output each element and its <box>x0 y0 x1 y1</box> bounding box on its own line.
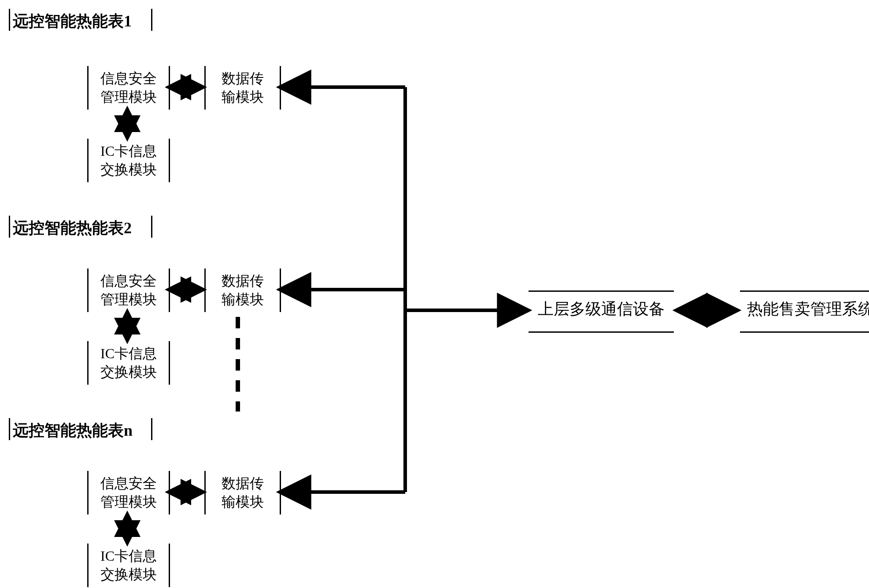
meter2-title: 远控智能热能表2 <box>13 217 132 239</box>
meterN-data-label: 数据传 输模块 <box>222 475 264 510</box>
meter2-ic-label: IC卡信息 交换模块 <box>100 345 157 380</box>
mgmt-label: 热能售卖管理系统 <box>747 300 869 318</box>
meterN-ic-label: IC卡信息 交换模块 <box>100 548 157 582</box>
meter2-security-module: 信息安全 管理模块 <box>87 268 170 312</box>
meterN-title: 远控智能热能表n <box>13 420 133 441</box>
meter2-ic-module: IC卡信息 交换模块 <box>87 341 170 385</box>
meter1-title: 远控智能热能表1 <box>13 11 132 32</box>
meter1-ic-label: IC卡信息 交换模块 <box>100 143 157 177</box>
meter1-data-module: 数据传 输模块 <box>204 66 281 110</box>
meter2-title-box: 远控智能热能表2 <box>9 216 152 238</box>
mgmt-box: 热能售卖管理系统 <box>740 290 869 333</box>
meter2-security-label: 信息安全 管理模块 <box>100 273 157 307</box>
meter2-data-module: 数据传 输模块 <box>204 268 281 312</box>
comm-box: 上层多级通信设备 <box>529 290 674 333</box>
meter1-security-module: 信息安全 管理模块 <box>87 66 170 110</box>
meterN-security-module: 信息安全 管理模块 <box>87 471 170 514</box>
meter2-data-label: 数据传 输模块 <box>222 273 264 307</box>
diagram-canvas: 远控智能热能表1 信息安全 管理模块 数据传 输模块 IC卡信息 交换模块 远控… <box>0 0 869 588</box>
meter1-data-label: 数据传 输模块 <box>222 70 264 105</box>
meter1-security-label: 信息安全 管理模块 <box>100 70 157 105</box>
meterN-ic-module: IC卡信息 交换模块 <box>87 544 170 587</box>
meterN-security-label: 信息安全 管理模块 <box>100 475 157 510</box>
comm-label: 上层多级通信设备 <box>538 300 665 318</box>
meterN-title-box: 远控智能热能表n <box>9 418 152 440</box>
meter1-title-box: 远控智能热能表1 <box>9 9 152 31</box>
meter1-ic-module: IC卡信息 交换模块 <box>87 139 170 182</box>
meterN-data-module: 数据传 输模块 <box>204 471 281 514</box>
